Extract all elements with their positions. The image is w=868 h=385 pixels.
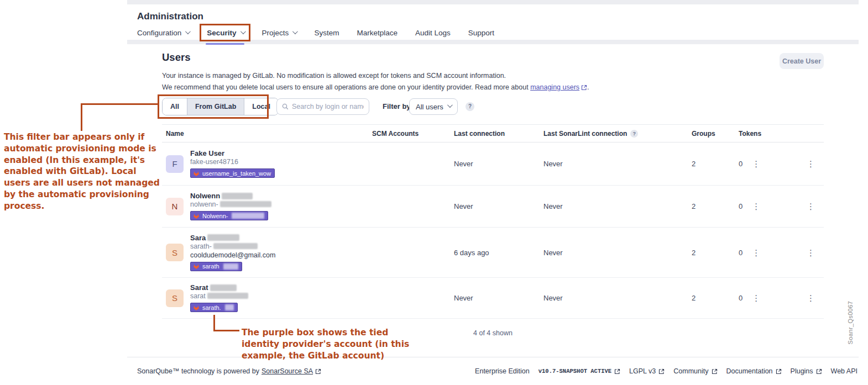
sonarlint-help-icon[interactable]: ? (630, 130, 638, 138)
col-tokens: Tokens (739, 130, 802, 138)
external-link-icon (614, 368, 620, 375)
table-row: S Sara sarath- cooldudemodel@gmail.com s… (162, 228, 824, 278)
last-connection-cell: 6 days ago (454, 249, 543, 257)
last-sonarlint-cell: Never (543, 249, 692, 257)
chevron-down-icon (185, 29, 191, 34)
redaction-blur (207, 234, 239, 241)
sonarsource-link[interactable]: SonarSource SA (262, 367, 313, 375)
user-name: Sarat (190, 283, 248, 292)
external-link-icon (658, 368, 665, 375)
update-tokens-icon[interactable]: ⋮ (752, 249, 760, 257)
page-title: Administration (137, 7, 859, 22)
edition-label: Enterprise Edition (475, 367, 530, 375)
tab-projects[interactable]: Projects (262, 29, 297, 37)
groups-cell: 2 (692, 202, 739, 210)
create-user-button[interactable]: Create User (780, 53, 824, 69)
filter-help-icon[interactable]: ? (466, 102, 474, 111)
gitlab-identity-badge: username_is_taken_wow (190, 168, 275, 178)
redaction-blur (207, 293, 248, 299)
version-link[interactable]: v10.7-SNAPSHOT ACTIVE (538, 368, 620, 375)
redaction-blur (222, 193, 253, 199)
table-row: S Sarat sarat sarath. Never Never 2 0⋮ ⋮ (162, 278, 824, 319)
recommendation-text: We recommend that you delete local users… (162, 83, 589, 91)
tab-configuration[interactable]: Configuration (137, 29, 189, 37)
chevron-down-icon (240, 29, 246, 34)
redaction-blur (232, 213, 264, 219)
tab-support[interactable]: Support (468, 29, 494, 37)
tab-system[interactable]: System (314, 29, 339, 37)
app-window: Administration Configuration Security Pr… (127, 0, 859, 385)
external-link-icon (816, 368, 822, 375)
gitlab-icon (193, 304, 200, 311)
col-last-connection: Last connection (454, 130, 543, 138)
tab-marketplace[interactable]: Marketplace (357, 29, 398, 37)
row-actions-icon[interactable]: ⋮ (807, 160, 815, 168)
user-name: Nolwenn (190, 192, 271, 200)
table-row: F Fake User fake-user48716 username_is_t… (162, 143, 824, 186)
last-sonarlint-cell: Never (543, 202, 692, 210)
last-connection-cell: Never (454, 160, 543, 168)
community-link[interactable]: Community (673, 367, 717, 375)
update-tokens-icon[interactable]: ⋮ (752, 294, 760, 302)
redaction-blur (220, 201, 271, 207)
user-login: sarath- (190, 242, 275, 251)
chevron-down-icon (447, 102, 453, 108)
annotation-connector (81, 103, 82, 131)
sonarqube-users-page: Administration Configuration Security Pr… (0, 0, 868, 385)
groups-cell: 2 (692, 160, 739, 168)
section-title: Users (162, 51, 190, 64)
row-actions-icon[interactable]: ⋮ (807, 202, 815, 210)
filter-by-label: Filter by (383, 98, 411, 115)
lgpl-link[interactable]: LGPL v3 (629, 367, 665, 375)
user-name: Fake User (190, 149, 275, 157)
update-tokens-icon[interactable]: ⋮ (752, 202, 760, 210)
gitlab-icon (193, 263, 200, 270)
groups-cell: 2 (692, 294, 739, 302)
user-email: cooldudemodel@gmail.com (190, 251, 275, 260)
managing-users-link[interactable]: managing users (530, 83, 587, 91)
search-icon (282, 103, 289, 110)
tab-security[interactable]: Security (207, 29, 244, 37)
annotation-connector (81, 103, 158, 105)
filter-annotation-note: This filter bar appears only if automati… (4, 131, 163, 212)
plugins-link[interactable]: Plugins (791, 367, 822, 375)
powered-by-text: SonarQube™ technology is powered by (137, 367, 259, 375)
gitlab-icon (193, 170, 200, 177)
avatar: S (166, 244, 184, 261)
search-input[interactable] (292, 103, 364, 110)
gitlab-identity-badge: sarath (190, 262, 242, 271)
instance-managed-text: Your instance is managed by GitLab. No m… (162, 72, 506, 80)
avatar: N (166, 198, 184, 215)
footer: SonarQube™ technology is powered by Sona… (127, 357, 859, 385)
row-actions-icon[interactable]: ⋮ (807, 294, 815, 302)
watermark-text: Soanr_Qs0067 (847, 297, 854, 348)
documentation-link[interactable]: Documentation (726, 367, 782, 375)
user-login: sarat (190, 292, 248, 300)
row-actions-icon[interactable]: ⋮ (807, 249, 815, 257)
user-login: nolwenn- (190, 201, 271, 209)
table-header: Name SCM Accounts Last connection Last S… (162, 124, 824, 143)
user-login: fake-user48716 (190, 158, 275, 166)
col-scm-accounts: SCM Accounts (372, 130, 454, 138)
redaction-blur (223, 263, 238, 270)
user-name: Sara (190, 234, 275, 242)
gitlab-identity-badge: sarath. (190, 303, 238, 312)
groups-cell: 2 (692, 249, 739, 257)
external-link-icon (712, 368, 718, 375)
tokens-cell: 0⋮ (739, 249, 802, 257)
last-connection-cell: Never (454, 202, 543, 210)
redaction-blur (210, 284, 237, 291)
col-name: Name (162, 130, 372, 138)
external-link-icon (581, 85, 587, 91)
gitlab-icon (193, 213, 200, 219)
search-box (276, 98, 369, 115)
tab-audit-logs[interactable]: Audit Logs (415, 29, 451, 37)
redaction-blur (213, 243, 258, 249)
col-groups: Groups (692, 130, 739, 138)
web-api-link[interactable]: Web API (831, 367, 857, 375)
tokens-cell: 0⋮ (739, 202, 802, 210)
admin-tab-bar: Configuration Security Projects System M… (137, 29, 859, 37)
user-type-select[interactable]: All users (409, 98, 458, 115)
update-tokens-icon[interactable]: ⋮ (752, 160, 760, 168)
gitlab-identity-badge: Nolwenn- (190, 211, 268, 220)
